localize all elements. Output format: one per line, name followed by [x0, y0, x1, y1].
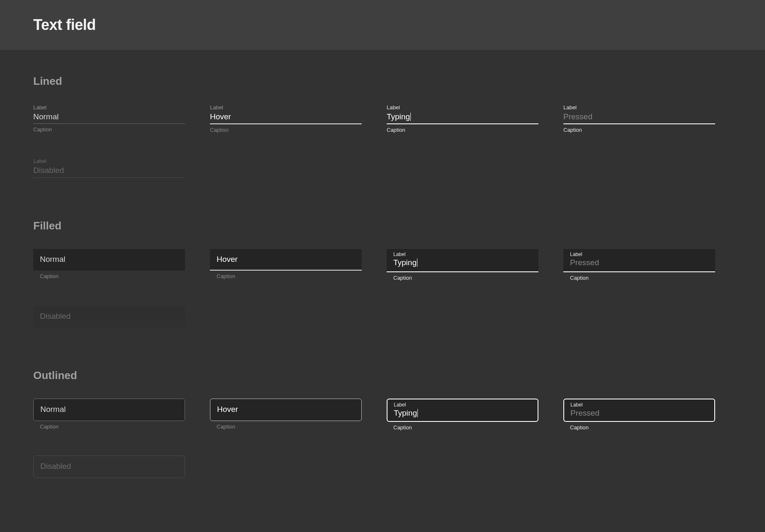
outlined-row-2: Disabled — [33, 456, 732, 478]
field-value: Disabled — [40, 461, 178, 472]
outlined-field-normal[interactable]: Normal Caption — [33, 399, 185, 431]
field-value: Typing — [394, 408, 531, 419]
outlined-field-pressed[interactable]: Label Pressed Caption — [563, 399, 715, 431]
field-value: Typing — [387, 112, 538, 122]
field-placeholder: Pressed — [570, 408, 708, 419]
field-label: Label — [570, 402, 708, 408]
field-placeholder: Pressed — [563, 112, 715, 122]
field-value: Normal — [40, 404, 178, 415]
section-title-lined: Lined — [33, 75, 732, 88]
page-header: Text field — [0, 0, 765, 50]
text-cursor-icon — [410, 113, 411, 121]
filled-field-pressed[interactable]: Label Pressed Caption — [563, 249, 715, 281]
field-value: Hover — [217, 404, 355, 415]
field-label: Label — [393, 251, 532, 257]
field-label: Label — [210, 104, 362, 111]
lined-row-1: Label Normal Caption Label Hover Caption… — [33, 104, 732, 133]
field-label: Label — [394, 402, 531, 408]
field-caption: Caption — [40, 424, 185, 430]
filled-row-2: Disabled — [33, 306, 732, 328]
content: Lined Label Normal Caption Label Hover C… — [0, 50, 765, 520]
field-value: Hover — [217, 254, 355, 265]
field-value: Normal — [33, 112, 185, 122]
section-title-filled: Filled — [33, 219, 732, 232]
field-caption: Caption — [393, 275, 538, 281]
field-value: Disabled — [33, 165, 185, 176]
text-cursor-icon — [417, 259, 417, 267]
filled-field-normal[interactable]: Normal Caption — [33, 249, 185, 281]
lined-field-normal[interactable]: Label Normal Caption — [33, 104, 185, 133]
filled-field-disabled: Disabled — [33, 306, 185, 328]
field-caption: Caption — [40, 273, 185, 279]
field-caption: Caption — [570, 275, 715, 281]
field-value: Typing — [393, 258, 532, 268]
field-placeholder: Pressed — [570, 258, 708, 268]
filled-field-hover[interactable]: Hover Caption — [210, 249, 362, 281]
section-title-outlined: Outlined — [33, 369, 732, 382]
outlined-field-typing[interactable]: Label Typing Caption — [387, 399, 538, 431]
field-caption: Caption — [217, 273, 362, 279]
field-label: Label — [33, 158, 185, 165]
field-caption: Caption — [387, 127, 538, 133]
outlined-field-disabled: Disabled — [33, 456, 185, 478]
field-caption: Caption — [33, 126, 185, 133]
field-caption: Caption — [217, 424, 362, 430]
lined-field-typing[interactable]: Label Typing Caption — [387, 104, 538, 133]
field-caption: Caption — [393, 424, 538, 431]
field-value: Normal — [40, 254, 178, 265]
field-label: Label — [33, 104, 185, 111]
lined-field-pressed[interactable]: Label Pressed Caption — [563, 104, 715, 133]
outlined-row-1: Normal Caption Hover Caption Label Typin… — [33, 399, 732, 431]
text-cursor-icon — [417, 409, 418, 417]
outlined-field-hover[interactable]: Hover Caption — [210, 399, 362, 431]
filled-row-1: Normal Caption Hover Caption Label Typin… — [33, 249, 732, 281]
lined-row-2: Label Disabled — [33, 158, 732, 177]
field-label: Label — [387, 104, 538, 111]
field-value: Disabled — [40, 311, 178, 322]
field-caption: Caption — [563, 127, 715, 133]
filled-field-typing[interactable]: Label Typing Caption — [387, 249, 538, 281]
field-value: Hover — [210, 112, 362, 122]
field-label: Label — [563, 104, 715, 111]
lined-field-hover[interactable]: Label Hover Caption — [210, 104, 362, 133]
field-label: Label — [570, 251, 708, 257]
page-title: Text field — [33, 16, 96, 34]
field-caption: Caption — [210, 127, 362, 133]
field-caption: Caption — [570, 424, 715, 431]
lined-field-disabled: Label Disabled — [33, 158, 185, 177]
